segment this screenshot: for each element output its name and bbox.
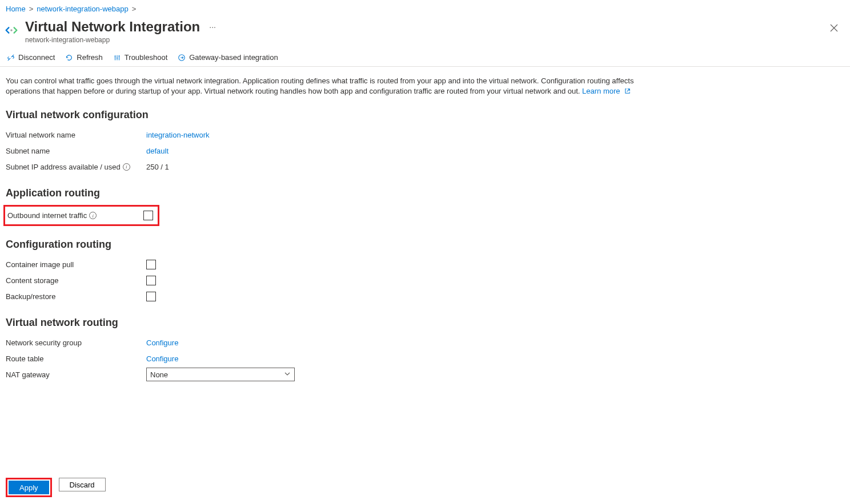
subnet-ip-label: Subnet IP address available / used i (6, 163, 146, 171)
row-backup-restore: Backup/restore (6, 288, 645, 304)
intro-text: You can control what traffic goes throug… (6, 76, 645, 96)
vnet-name-link[interactable]: integration-network (146, 131, 210, 139)
disconnect-button[interactable]: Disconnect (7, 53, 55, 62)
chevron-right-icon: > (29, 5, 34, 13)
refresh-label: Refresh (77, 53, 103, 62)
refresh-button[interactable]: Refresh (65, 53, 103, 62)
section-vnet-routing: Virtual network routing (6, 317, 645, 329)
highlight-outbound-traffic: Outbound internet traffic i (3, 205, 159, 226)
section-config-routing: Configuration routing (6, 239, 645, 251)
container-image-checkbox[interactable] (146, 260, 156, 269)
page-header: Virtual Network Integration ··· network-… (0, 17, 850, 47)
route-table-configure-link[interactable]: Configure (146, 354, 178, 363)
svg-point-0 (10, 29, 13, 31)
command-bar: Disconnect Refresh Troubleshoot Gateway-… (0, 47, 850, 67)
info-icon[interactable]: i (123, 163, 130, 171)
content-storage-checkbox[interactable] (146, 276, 156, 285)
nat-gateway-value: None (150, 370, 168, 379)
chevron-down-icon (284, 370, 291, 379)
container-image-label: Container image pull (6, 260, 146, 269)
row-content-storage: Content storage (6, 272, 645, 288)
subnet-name-link[interactable]: default (146, 147, 169, 155)
row-nat-gateway: NAT gateway None (6, 366, 645, 382)
troubleshoot-button[interactable]: Troubleshoot (113, 53, 167, 62)
vnet-name-label: Virtual network name (6, 131, 146, 139)
info-icon[interactable]: i (89, 212, 97, 219)
outbound-traffic-checkbox[interactable] (143, 211, 153, 220)
gateway-label: Gateway-based integration (189, 53, 278, 62)
close-button[interactable] (827, 21, 841, 35)
content-storage-label: Content storage (6, 276, 146, 285)
section-vnet-config: Virtual network configuration (6, 109, 645, 121)
row-vnet-name: Virtual network name integration-network (6, 127, 645, 143)
row-route-table: Route table Configure (6, 350, 645, 366)
page-title: Virtual Network Integration (25, 19, 200, 35)
breadcrumb: Home > network-integration-webapp > (0, 0, 850, 17)
breadcrumb-webapp[interactable]: network-integration-webapp (37, 5, 128, 13)
chevron-right-icon: > (132, 5, 137, 13)
disconnect-label: Disconnect (18, 53, 55, 62)
backup-restore-checkbox[interactable] (146, 292, 156, 301)
row-subnet-ip: Subnet IP address available / used i 250… (6, 159, 645, 175)
subnet-name-label: Subnet name (6, 147, 146, 155)
troubleshoot-label: Troubleshoot (125, 53, 167, 62)
nat-gateway-select[interactable]: None (146, 368, 295, 381)
backup-restore-label: Backup/restore (6, 292, 146, 301)
outbound-traffic-label: Outbound internet traffic i (5, 211, 143, 220)
row-container-image: Container image pull (6, 256, 645, 272)
more-actions-button[interactable]: ··· (207, 21, 218, 33)
breadcrumb-home[interactable]: Home (6, 5, 26, 13)
main-content: You can control what traffic goes throug… (0, 67, 651, 428)
row-nsg: Network security group Configure (6, 334, 645, 350)
nat-gateway-label: NAT gateway (6, 370, 146, 379)
nsg-label: Network security group (6, 338, 146, 347)
resource-icon (3, 22, 19, 38)
route-table-label: Route table (6, 354, 146, 363)
gateway-integration-button[interactable]: Gateway-based integration (178, 53, 278, 62)
learn-more-link[interactable]: Learn more (582, 87, 631, 95)
row-subnet-name: Subnet name default (6, 143, 645, 159)
section-app-routing: Application routing (6, 187, 645, 199)
subnet-ip-value: 250 / 1 (146, 163, 169, 171)
page-subtitle: network-integration-webapp (25, 36, 218, 44)
nsg-configure-link[interactable]: Configure (146, 338, 178, 347)
external-link-icon (624, 87, 631, 97)
